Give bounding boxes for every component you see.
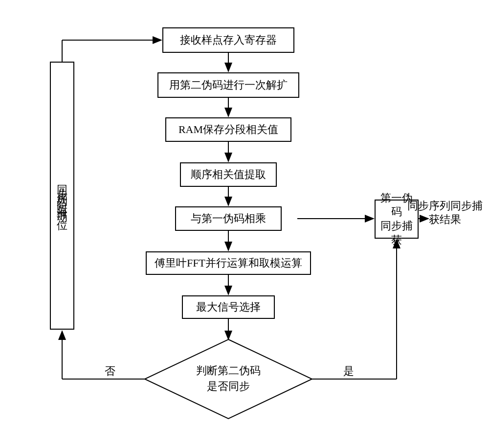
step-text: 傅里叶FFT并行运算和取模运算: [155, 256, 302, 270]
step-text: 与第一伪码相乘: [191, 211, 266, 226]
step-text: 用第二伪码进行一次解扩: [169, 78, 288, 92]
sidebar-slide-sequence: 同步序列向后滑动一位: [50, 62, 74, 330]
step-text: 最大信号选择: [196, 300, 261, 314]
output-label: 同步序列同步捕 获结果: [401, 185, 489, 227]
step-ram-save: RAM保存分段相关值: [165, 117, 291, 142]
step-multiply-first-pn: 与第一伪码相乘: [175, 206, 282, 231]
step-receive-samples: 接收样点存入寄存器: [162, 27, 294, 53]
step-fft-modulus: 傅里叶FFT并行运算和取模运算: [146, 251, 311, 275]
step-text: RAM保存分段相关值: [178, 122, 278, 137]
output-text: 同步序列同步捕 获结果: [407, 200, 483, 226]
step-second-pn-despread: 用第二伪码进行一次解扩: [157, 72, 299, 98]
step-text: 接收样点存入寄存器: [180, 33, 277, 47]
decision-text-line1: 判断第二伪码: [179, 363, 277, 378]
label-yes: 是: [343, 364, 354, 379]
step-max-signal: 最大信号选择: [182, 295, 275, 319]
sidebar-text: 同步序列向后滑动一位: [55, 176, 69, 215]
step-extract-sequence: 顺序相关值提取: [180, 162, 277, 187]
decision-text-line2: 是否同步: [179, 379, 277, 394]
svg-marker-10: [145, 339, 312, 419]
step-text: 顺序相关值提取: [191, 167, 266, 182]
label-no: 否: [105, 364, 115, 379]
